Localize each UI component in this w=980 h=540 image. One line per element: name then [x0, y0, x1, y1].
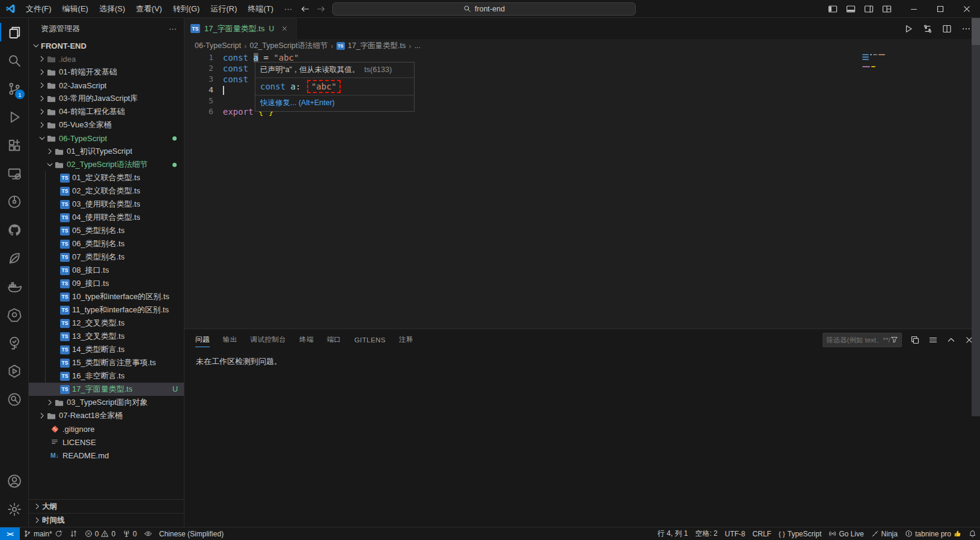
activity-remote-explorer-icon[interactable] — [0, 159, 28, 187]
status-indentation[interactable]: 空格: 2 — [692, 527, 721, 540]
tree-file[interactable]: TS10_type和interface的区别.ts — [29, 290, 184, 303]
editor-scrollbar[interactable] — [972, 18, 980, 416]
tree-folder[interactable]: 04-前端工程化基础 — [29, 105, 184, 118]
status-problems[interactable]: 00 — [81, 527, 119, 540]
status-cursor-position[interactable]: 行 4, 列 1 — [654, 527, 692, 540]
view-as-table-icon[interactable] — [928, 335, 938, 345]
menu-编辑(E)[interactable]: 编辑(E) — [57, 2, 94, 16]
activity-search-icon[interactable] — [0, 46, 28, 74]
panel-tab-问题[interactable]: 问题 — [195, 329, 210, 350]
explorer-more-actions[interactable]: ··· — [169, 24, 177, 33]
outline-section[interactable]: 大纲 — [29, 499, 184, 513]
panel-tab-端口[interactable]: 端口 — [327, 329, 341, 350]
menu-选择(S)[interactable]: 选择(S) — [94, 2, 130, 16]
activity-docker-icon[interactable] — [0, 272, 28, 300]
activity-hexagon-play-icon[interactable] — [0, 357, 28, 385]
activity-github-icon[interactable] — [0, 216, 28, 244]
history-forward-icon[interactable] — [313, 2, 329, 16]
tree-file[interactable]: M↓README.md — [29, 449, 184, 462]
status-live-preview[interactable] — [141, 527, 156, 540]
tree-file[interactable]: TS16_非空断言.ts — [29, 369, 184, 383]
status-notifications[interactable] — [965, 527, 980, 540]
history-back-icon[interactable] — [297, 2, 313, 16]
maximize-panel-icon[interactable] — [946, 335, 956, 345]
window-close-button[interactable] — [954, 0, 980, 17]
tree-file[interactable]: TS08_接口.ts — [29, 264, 184, 277]
activity-leaf-icon[interactable] — [0, 244, 28, 272]
tree-root-front-end[interactable]: FRONT-END — [29, 39, 184, 52]
tree-file[interactable]: TS15_类型断言注意事项.ts — [29, 356, 184, 369]
command-center-search[interactable]: front-end — [332, 2, 636, 16]
minimap[interactable] — [862, 54, 964, 68]
toggle-sidebar-icon[interactable] — [824, 1, 842, 17]
status-ninja[interactable]: Ninja — [868, 527, 901, 540]
activity-files-icon[interactable] — [0, 18, 28, 46]
panel-tab-终端[interactable]: 终端 — [299, 329, 314, 350]
breadcrumb-item[interactable]: 06-TypeScript — [195, 41, 241, 50]
activity-account-icon[interactable] — [0, 467, 28, 495]
activity-settings-icon[interactable] — [0, 495, 28, 523]
tree-file[interactable]: TS07_类型别名.ts — [29, 250, 184, 264]
tree-file[interactable]: LICENSE — [29, 435, 184, 449]
tree-folder[interactable]: 01-前端开发基础 — [29, 65, 184, 79]
menu-转到(G)[interactable]: 转到(G) — [168, 2, 205, 16]
panel-tab-输出[interactable]: 输出 — [223, 329, 237, 350]
run-or-debug-icon[interactable] — [920, 22, 936, 36]
status-tabnine[interactable]: tabnine pro — [901, 527, 965, 540]
menu-运行(R)[interactable]: 运行(R) — [205, 2, 242, 16]
panel-views-icon[interactable] — [910, 335, 920, 345]
activity-todo-tree-icon[interactable] — [0, 329, 28, 357]
scrollbar-thumb[interactable] — [972, 18, 980, 45]
problems-filter[interactable] — [823, 333, 902, 347]
tree-folder[interactable]: 02-JavaScript — [29, 79, 184, 92]
status-git-fetch[interactable] — [66, 527, 81, 540]
tree-file[interactable]: TS14_类型断言.ts — [29, 343, 184, 356]
status-language-pack[interactable]: Chinese (Simplified) — [156, 527, 227, 540]
panel-tab-GITLENS[interactable]: GITLENS — [355, 329, 386, 350]
activity-gitlens-icon[interactable] — [0, 187, 28, 216]
run-file-icon[interactable] — [901, 22, 916, 36]
breadcrumb-item[interactable]: 02_TypeScript语法细节 — [249, 41, 327, 51]
tree-folder[interactable]: 07-React18全家桶 — [29, 409, 184, 422]
tree-file[interactable]: .gitignore — [29, 422, 184, 435]
tree-folder[interactable]: 02_TypeScript语法细节 — [29, 158, 184, 171]
window-minimize-button[interactable] — [901, 0, 927, 17]
toggle-secondary-sidebar-icon[interactable] — [860, 1, 878, 17]
panel-tab-注释[interactable]: 注释 — [399, 329, 413, 350]
status-forwarded-ports[interactable]: 0 — [119, 527, 141, 540]
tree-file[interactable]: TS13_交叉类型.ts — [29, 330, 184, 343]
status-remote-indicator[interactable]: >< — [0, 527, 20, 540]
activity-source-control-icon[interactable]: 1 — [0, 74, 28, 103]
status-encoding[interactable]: UTF-8 — [721, 527, 749, 540]
tree-folder[interactable]: 03-常用的JavaScript库 — [29, 92, 184, 105]
tree-file[interactable]: TS03_使用联合类型.ts — [29, 198, 184, 211]
tab-close-icon[interactable] — [278, 23, 290, 35]
tree-folder[interactable]: .idea — [29, 52, 184, 65]
tree-file[interactable]: TS17_字面量类型.tsU — [29, 383, 184, 396]
menu-文件(F)[interactable]: 文件(F) — [20, 2, 57, 16]
tree-file[interactable]: TS12_交叉类型.ts — [29, 317, 184, 330]
tree-file[interactable]: TS11_type和interface的区别.ts — [29, 303, 184, 317]
tree-folder[interactable]: 01_初识TypeScript — [29, 145, 184, 158]
activity-kubernetes-icon[interactable] — [0, 300, 28, 329]
toggle-panel-icon[interactable] — [842, 1, 860, 17]
tree-file[interactable]: TS02_定义联合类型.ts — [29, 184, 184, 198]
window-maximize-button[interactable] — [927, 0, 954, 17]
breadcrumb-item[interactable]: ... — [415, 41, 421, 50]
breadcrumb-item[interactable]: TS 17_字面量类型.ts — [336, 41, 406, 51]
tree-file[interactable]: TS06_类型别名.ts — [29, 237, 184, 250]
status-go-live[interactable]: Go Live — [825, 527, 867, 540]
tree-file[interactable]: TS04_使用联合类型.ts — [29, 211, 184, 224]
menu-more[interactable]: ··· — [279, 2, 297, 16]
status-language-mode[interactable]: { }TypeScript — [775, 527, 826, 540]
activity-extensions-icon[interactable] — [0, 131, 28, 159]
tree-file[interactable]: TS09_接口.ts — [29, 277, 184, 290]
tree-folder[interactable]: 03_TypeScript面向对象 — [29, 396, 184, 409]
panel-tab-调试控制台[interactable]: 调试控制台 — [251, 329, 287, 350]
quick-fix-link[interactable]: 快速修复... (Alt+Enter) — [255, 95, 414, 111]
activity-db-search-icon[interactable] — [0, 385, 28, 413]
tree-file[interactable]: TS01_定义联合类型.ts — [29, 171, 184, 184]
tree-folder[interactable]: 06-TypeScript — [29, 132, 184, 145]
menu-终端(T)[interactable]: 终端(T) — [242, 2, 279, 16]
split-editor-icon[interactable] — [939, 22, 955, 36]
